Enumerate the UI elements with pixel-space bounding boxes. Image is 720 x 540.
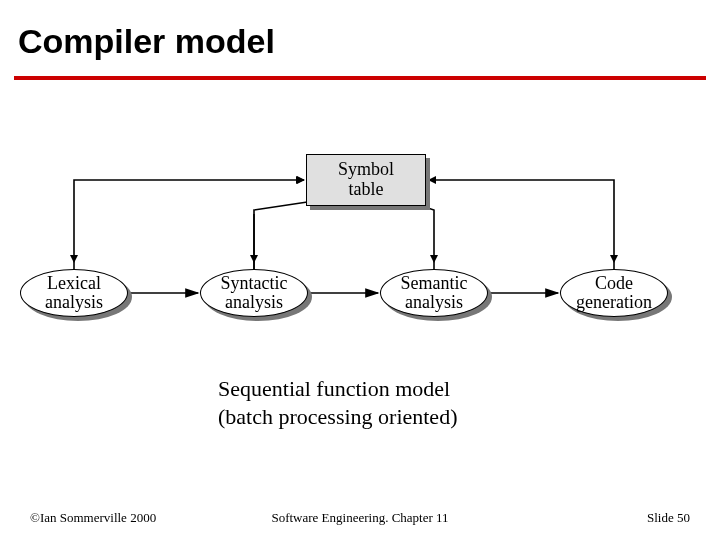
caption-line-2: (batch processing oriented) [218, 403, 457, 431]
node-symbol-table: Symbol table [306, 154, 426, 206]
title-rule [14, 76, 706, 80]
footer: ©Ian Sommerville 2000 Software Engineeri… [0, 508, 720, 526]
compiler-diagram: Symbol table Lexical analysis Syntactic … [0, 110, 720, 350]
caption-line-1: Sequential function model [218, 375, 457, 403]
page-title: Compiler model [18, 22, 275, 61]
footer-chapter: Software Engineering. Chapter 11 [0, 510, 720, 526]
node-code-generation: Code generation [560, 269, 668, 317]
node-lexical-analysis: Lexical analysis [20, 269, 128, 317]
diagram-caption: Sequential function model (batch process… [218, 375, 457, 430]
node-semantic-analysis: Semantic analysis [380, 269, 488, 317]
node-syntactic-analysis: Syntactic analysis [200, 269, 308, 317]
footer-slide-number: Slide 50 [647, 510, 690, 526]
slide: Compiler model [0, 0, 720, 540]
